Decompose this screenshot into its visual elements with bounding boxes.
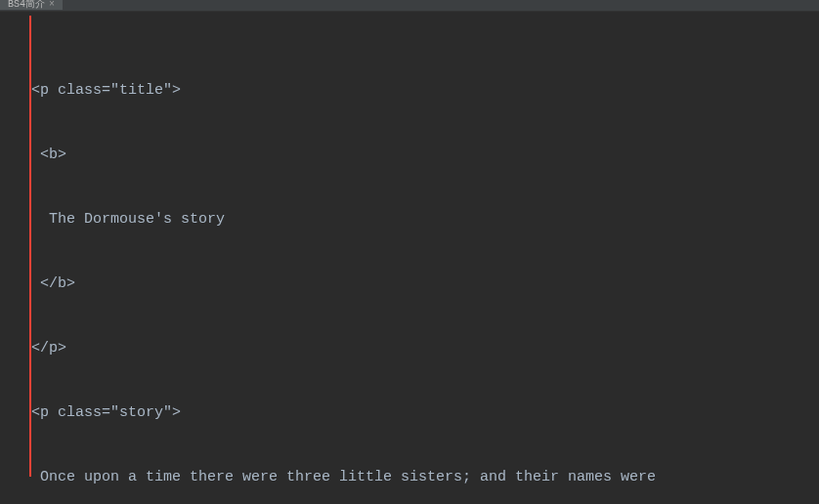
code-line: </p>: [0, 338, 819, 359]
code-editor[interactable]: <p class="title"> <b> The Dormouse's sto…: [0, 12, 819, 504]
tab-label: BS4简介: [8, 0, 45, 10]
close-icon[interactable]: ×: [49, 0, 55, 10]
code-line: <p class="story">: [0, 402, 819, 424]
code-line: <p class="title">: [0, 80, 819, 102]
tab-bar: BS4简介 ×: [0, 0, 819, 12]
code-line: The Dormouse's story: [0, 209, 819, 231]
editor-tab[interactable]: BS4简介 ×: [0, 0, 63, 10]
code-line: </b>: [0, 273, 819, 295]
version-control-gutter: [29, 16, 31, 477]
code-line: <b>: [0, 145, 819, 166]
code-line: Once upon a time there were three little…: [0, 467, 819, 488]
